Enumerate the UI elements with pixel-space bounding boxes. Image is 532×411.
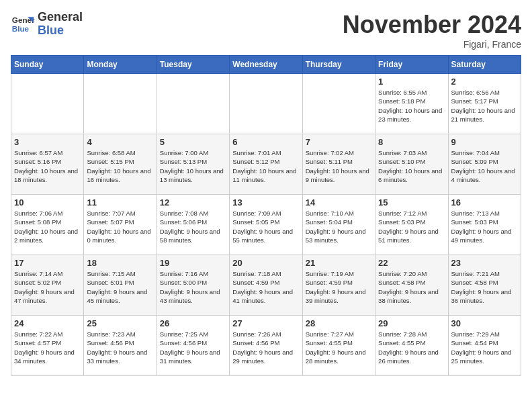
day-number: 12 (160, 197, 226, 208)
calendar-cell: 9Sunrise: 7:04 AM Sunset: 5:09 PM Daylig… (448, 134, 521, 195)
day-info: Sunrise: 6:56 AM Sunset: 5:17 PM Dayligh… (451, 88, 518, 124)
week-row-1: 3Sunrise: 6:57 AM Sunset: 5:16 PM Daylig… (11, 134, 521, 195)
day-info: Sunrise: 7:04 AM Sunset: 5:09 PM Dayligh… (451, 148, 518, 184)
calendar-cell: 11Sunrise: 7:07 AM Sunset: 5:07 PM Dayli… (84, 195, 157, 255)
day-number: 18 (87, 258, 153, 268)
calendar-cell (11, 74, 84, 134)
day-info: Sunrise: 7:16 AM Sunset: 5:00 PM Dayligh… (160, 269, 226, 305)
day-info: Sunrise: 6:55 AM Sunset: 5:18 PM Dayligh… (378, 88, 445, 124)
calendar-cell: 6Sunrise: 7:01 AM Sunset: 5:12 PM Daylig… (230, 134, 302, 195)
day-info: Sunrise: 7:13 AM Sunset: 5:03 PM Dayligh… (451, 209, 518, 244)
day-info: Sunrise: 7:08 AM Sunset: 5:06 PM Dayligh… (160, 209, 226, 244)
calendar-cell: 10Sunrise: 7:06 AM Sunset: 5:08 PM Dayli… (11, 195, 84, 255)
month-title: November 2024 (343, 11, 521, 39)
calendar-cell: 3Sunrise: 6:57 AM Sunset: 5:16 PM Daylig… (11, 134, 84, 195)
day-number: 9 (451, 137, 518, 147)
calendar-cell (157, 74, 229, 134)
calendar-cell: 28Sunrise: 7:27 AM Sunset: 4:55 PM Dayli… (302, 316, 375, 376)
day-info: Sunrise: 7:18 AM Sunset: 4:59 PM Dayligh… (232, 269, 299, 305)
day-number: 27 (232, 318, 299, 328)
day-info: Sunrise: 6:57 AM Sunset: 5:16 PM Dayligh… (14, 148, 81, 184)
day-number: 21 (306, 258, 372, 268)
title-area: November 2024 Figari, France (343, 11, 521, 50)
calendar-cell: 8Sunrise: 7:03 AM Sunset: 5:10 PM Daylig… (375, 134, 448, 195)
day-info: Sunrise: 7:10 AM Sunset: 5:04 PM Dayligh… (306, 209, 372, 244)
day-number: 30 (451, 318, 518, 328)
calendar-cell: 19Sunrise: 7:16 AM Sunset: 5:00 PM Dayli… (157, 255, 229, 316)
day-info: Sunrise: 7:09 AM Sunset: 5:05 PM Dayligh… (232, 209, 299, 244)
calendar-cell: 25Sunrise: 7:23 AM Sunset: 4:56 PM Dayli… (84, 316, 157, 376)
calendar-cell: 29Sunrise: 7:28 AM Sunset: 4:55 PM Dayli… (375, 316, 448, 376)
calendar-cell: 21Sunrise: 7:19 AM Sunset: 4:59 PM Dayli… (302, 255, 375, 316)
header: General Blue General Blue November 2024 … (11, 11, 521, 50)
day-number: 4 (87, 137, 153, 147)
calendar-cell: 4Sunrise: 6:58 AM Sunset: 5:15 PM Daylig… (84, 134, 157, 195)
logo-icon: General Blue (11, 12, 35, 36)
day-info: Sunrise: 7:12 AM Sunset: 5:03 PM Dayligh… (378, 209, 445, 244)
day-number: 24 (14, 318, 81, 328)
day-number: 15 (378, 197, 445, 208)
calendar-cell (84, 74, 157, 134)
logo-text: General Blue (38, 11, 83, 38)
day-number: 28 (306, 318, 372, 328)
day-number: 22 (378, 258, 445, 268)
calendar-cell: 7Sunrise: 7:02 AM Sunset: 5:11 PM Daylig… (302, 134, 375, 195)
calendar-cell: 26Sunrise: 7:25 AM Sunset: 4:56 PM Dayli… (157, 316, 229, 376)
day-info: Sunrise: 7:25 AM Sunset: 4:56 PM Dayligh… (160, 330, 226, 365)
day-info: Sunrise: 7:14 AM Sunset: 5:02 PM Dayligh… (14, 269, 81, 305)
day-number: 1 (378, 77, 445, 87)
calendar-cell: 12Sunrise: 7:08 AM Sunset: 5:06 PM Dayli… (157, 195, 229, 255)
day-number: 2 (451, 77, 518, 87)
day-info: Sunrise: 7:19 AM Sunset: 4:59 PM Dayligh… (306, 269, 372, 305)
logo: General Blue General Blue (11, 11, 83, 38)
day-info: Sunrise: 7:00 AM Sunset: 5:13 PM Dayligh… (160, 148, 226, 184)
day-info: Sunrise: 7:20 AM Sunset: 4:58 PM Dayligh… (378, 269, 445, 305)
calendar-cell (302, 74, 375, 134)
calendar-cell: 16Sunrise: 7:13 AM Sunset: 5:03 PM Dayli… (448, 195, 521, 255)
day-number: 7 (306, 137, 372, 147)
day-number: 6 (232, 137, 299, 147)
calendar-cell: 27Sunrise: 7:26 AM Sunset: 4:56 PM Dayli… (230, 316, 302, 376)
day-number: 14 (306, 197, 372, 208)
col-header-wednesday: Wednesday (230, 56, 302, 74)
day-number: 11 (87, 197, 153, 208)
col-header-saturday: Saturday (448, 56, 521, 74)
calendar-cell: 1Sunrise: 6:55 AM Sunset: 5:18 PM Daylig… (375, 74, 448, 134)
day-number: 20 (232, 258, 299, 268)
location: Figari, France (343, 39, 521, 50)
calendar-cell: 13Sunrise: 7:09 AM Sunset: 5:05 PM Dayli… (230, 195, 302, 255)
calendar-cell: 22Sunrise: 7:20 AM Sunset: 4:58 PM Dayli… (375, 255, 448, 316)
day-number: 19 (160, 258, 226, 268)
day-number: 5 (160, 137, 226, 147)
day-number: 8 (378, 137, 445, 147)
calendar-cell: 30Sunrise: 7:29 AM Sunset: 4:54 PM Dayli… (448, 316, 521, 376)
day-info: Sunrise: 7:21 AM Sunset: 4:58 PM Dayligh… (451, 269, 518, 305)
day-info: Sunrise: 7:03 AM Sunset: 5:10 PM Dayligh… (378, 148, 445, 184)
day-info: Sunrise: 7:02 AM Sunset: 5:11 PM Dayligh… (306, 148, 372, 184)
calendar-table: SundayMondayTuesdayWednesdayThursdayFrid… (11, 55, 521, 376)
calendar-cell: 23Sunrise: 7:21 AM Sunset: 4:58 PM Dayli… (448, 255, 521, 316)
col-header-thursday: Thursday (302, 56, 375, 74)
calendar-cell (230, 74, 302, 134)
calendar-cell: 2Sunrise: 6:56 AM Sunset: 5:17 PM Daylig… (448, 74, 521, 134)
day-number: 29 (378, 318, 445, 328)
day-info: Sunrise: 7:22 AM Sunset: 4:57 PM Dayligh… (14, 330, 81, 365)
calendar-cell: 18Sunrise: 7:15 AM Sunset: 5:01 PM Dayli… (84, 255, 157, 316)
day-info: Sunrise: 7:27 AM Sunset: 4:55 PM Dayligh… (306, 330, 372, 365)
calendar-cell: 15Sunrise: 7:12 AM Sunset: 5:03 PM Dayli… (375, 195, 448, 255)
week-row-4: 24Sunrise: 7:22 AM Sunset: 4:57 PM Dayli… (11, 316, 521, 376)
week-row-2: 10Sunrise: 7:06 AM Sunset: 5:08 PM Dayli… (11, 195, 521, 255)
col-header-tuesday: Tuesday (157, 56, 229, 74)
col-header-monday: Monday (84, 56, 157, 74)
calendar-cell: 5Sunrise: 7:00 AM Sunset: 5:13 PM Daylig… (157, 134, 229, 195)
day-info: Sunrise: 6:58 AM Sunset: 5:15 PM Dayligh… (87, 148, 153, 184)
day-info: Sunrise: 7:28 AM Sunset: 4:55 PM Dayligh… (378, 330, 445, 365)
day-info: Sunrise: 7:07 AM Sunset: 5:07 PM Dayligh… (87, 209, 153, 244)
day-info: Sunrise: 7:01 AM Sunset: 5:12 PM Dayligh… (232, 148, 299, 184)
day-number: 13 (232, 197, 299, 208)
header-row: SundayMondayTuesdayWednesdayThursdayFrid… (11, 56, 521, 74)
day-number: 10 (14, 197, 81, 208)
day-info: Sunrise: 7:23 AM Sunset: 4:56 PM Dayligh… (87, 330, 153, 365)
calendar-cell: 24Sunrise: 7:22 AM Sunset: 4:57 PM Dayli… (11, 316, 84, 376)
day-number: 26 (160, 318, 226, 328)
